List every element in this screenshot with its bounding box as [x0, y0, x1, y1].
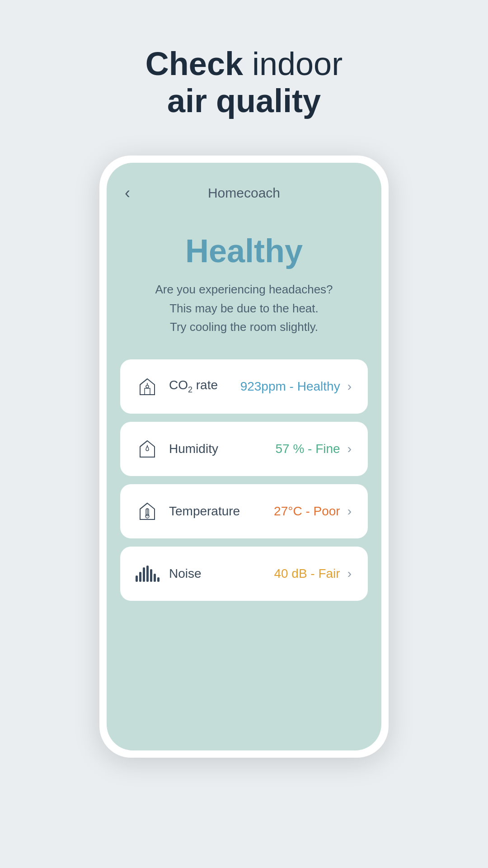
humidity-card[interactable]: Humidity 57 % - Fine ›: [120, 422, 368, 476]
temperature-right: 27°C - Poor ›: [274, 504, 352, 519]
temperature-house-icon: [137, 501, 157, 521]
temperature-value: 27°C - Poor: [274, 504, 340, 519]
co2-value: 923ppm - Healthy: [240, 379, 340, 394]
temperature-left: Temperature: [136, 500, 240, 522]
status-description: Are you experiencing headaches? This may…: [125, 280, 363, 337]
temperature-name: Temperature: [169, 504, 240, 519]
co2-icon: [136, 376, 158, 397]
desc-line3: Try cooling the room slightly.: [125, 318, 363, 337]
status-label: Healthy: [125, 232, 363, 269]
phone-inner: ‹ Homecoach Healthy Are you experiencing…: [107, 163, 381, 750]
svg-point-1: [146, 385, 149, 388]
humidity-chevron: ›: [347, 442, 352, 456]
humidity-house-icon: [137, 439, 157, 459]
humidity-right: 57 % - Fine ›: [276, 442, 352, 456]
temperature-icon: [136, 500, 158, 522]
co2-name: CO2 rate: [169, 378, 218, 395]
temperature-chevron: ›: [347, 504, 352, 519]
co2-house-icon: [137, 377, 157, 396]
co2-card[interactable]: CO2 rate 923ppm - Healthy ›: [120, 359, 368, 414]
noise-value: 40 dB - Fair: [274, 566, 340, 581]
page-title: Check indoor air quality: [145, 45, 343, 119]
svg-rect-0: [145, 388, 150, 395]
app-header: ‹ Homecoach: [107, 163, 381, 214]
phone-frame: ‹ Homecoach Healthy Are you experiencing…: [99, 156, 389, 758]
metrics-section: CO2 rate 923ppm - Healthy ›: [107, 359, 381, 628]
temperature-card[interactable]: Temperature 27°C - Poor ›: [120, 484, 368, 538]
humidity-left: Humidity: [136, 438, 218, 460]
co2-chevron: ›: [347, 379, 352, 394]
co2-right: 923ppm - Healthy ›: [240, 379, 352, 394]
title-line2: air quality: [145, 82, 343, 119]
humidity-value: 57 % - Fine: [276, 442, 340, 456]
co2-left: CO2 rate: [136, 376, 218, 397]
desc-line2: This may be due to the heat.: [125, 299, 363, 318]
title-bold: Check: [145, 46, 243, 82]
noise-bars-icon: [136, 566, 160, 582]
noise-icon: [136, 563, 158, 585]
noise-right: 40 dB - Fair ›: [274, 566, 352, 581]
app-title: Homecoach: [208, 185, 280, 201]
humidity-name: Humidity: [169, 442, 218, 456]
noise-name: Noise: [169, 566, 202, 581]
noise-chevron: ›: [347, 566, 352, 581]
noise-card[interactable]: Noise 40 dB - Fair ›: [120, 547, 368, 601]
title-light: indoor: [243, 46, 343, 82]
desc-line1: Are you experiencing headaches?: [125, 280, 363, 299]
status-section: Healthy Are you experiencing headaches? …: [107, 214, 381, 359]
svg-point-3: [145, 514, 149, 518]
noise-left: Noise: [136, 563, 202, 585]
humidity-icon: [136, 438, 158, 460]
back-button[interactable]: ‹: [125, 184, 130, 203]
